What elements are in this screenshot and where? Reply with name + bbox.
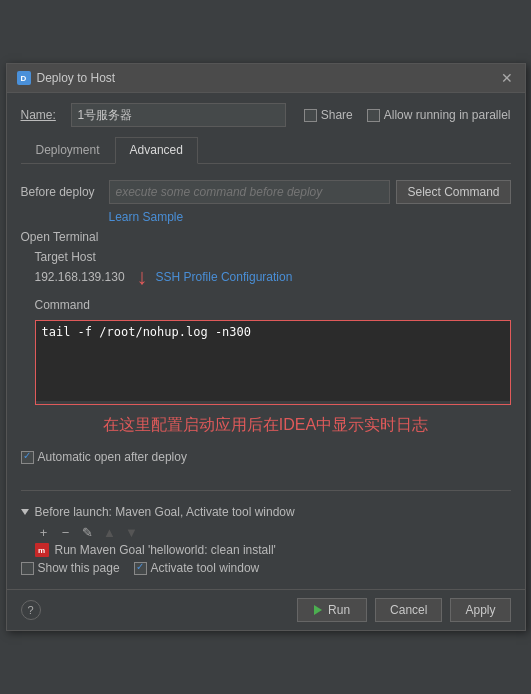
- maven-icon: m: [35, 543, 49, 557]
- deploy-to-host-dialog: D Deploy to Host ✕ Name: Share Allow run…: [6, 63, 526, 631]
- auto-open-label: Automatic open after deploy: [38, 450, 187, 464]
- add-button[interactable]: +: [35, 523, 53, 541]
- apply-button[interactable]: Apply: [450, 598, 510, 622]
- activate-tool-checkbox-label[interactable]: Activate tool window: [134, 561, 260, 575]
- show-page-checkbox[interactable]: [21, 562, 34, 575]
- before-deploy-input[interactable]: [109, 180, 391, 204]
- before-launch-section: Before launch: Maven Goal, Activate tool…: [21, 505, 511, 575]
- learn-sample-link[interactable]: Learn Sample: [109, 210, 184, 224]
- title-bar: D Deploy to Host ✕: [7, 64, 525, 93]
- arrow-indicator: ↓: [137, 264, 148, 290]
- target-host-label: Target Host: [35, 250, 511, 264]
- dialog-body: Name: Share Allow running in parallel De…: [7, 93, 525, 585]
- remove-button[interactable]: −: [57, 523, 75, 541]
- maven-goal-text: Run Maven Goal 'helloworld: clean instal…: [55, 543, 276, 557]
- parallel-checkbox[interactable]: [367, 109, 380, 122]
- move-up-button[interactable]: ▲: [101, 523, 119, 541]
- share-checkbox-label[interactable]: Share: [304, 108, 353, 122]
- host-ip: 192.168.139.130: [35, 270, 125, 284]
- tab-advanced[interactable]: Advanced: [115, 137, 198, 164]
- cancel-button[interactable]: Cancel: [375, 598, 442, 622]
- command-textarea-wrapper: tail -f /root/nohup.log -n300: [35, 320, 511, 405]
- move-down-button[interactable]: ▼: [123, 523, 141, 541]
- share-checkbox[interactable]: [304, 109, 317, 122]
- run-label: Run: [328, 603, 350, 617]
- dialog-footer: ? Run Cancel Apply: [7, 589, 525, 630]
- parallel-checkbox-label[interactable]: Allow running in parallel: [367, 108, 511, 122]
- command-input-row: Select Command: [109, 180, 511, 204]
- triangle-icon: [21, 509, 29, 515]
- target-host-row: 192.168.139.130 ↓ SSH Profile Configurat…: [35, 264, 511, 290]
- name-row: Name: Share Allow running in parallel: [21, 103, 511, 127]
- help-button[interactable]: ?: [21, 600, 41, 620]
- title-bar-left: D Deploy to Host: [17, 71, 116, 85]
- advanced-section: Before deploy Select Command Learn Sampl…: [21, 172, 511, 476]
- maven-row: m Run Maven Goal 'helloworld: clean inst…: [35, 543, 511, 557]
- auto-open-checkbox-label[interactable]: Automatic open after deploy: [21, 450, 187, 464]
- close-button[interactable]: ✕: [499, 70, 515, 86]
- before-deploy-row: Before deploy Select Command: [21, 180, 511, 204]
- name-input[interactable]: [71, 103, 286, 127]
- show-page-label: Show this page: [38, 561, 120, 575]
- auto-open-checkbox[interactable]: [21, 451, 34, 464]
- dialog-title: Deploy to Host: [37, 71, 116, 85]
- separator: [21, 490, 511, 491]
- footer-right: Run Cancel Apply: [297, 598, 510, 622]
- run-icon: [314, 605, 322, 615]
- command-textarea[interactable]: tail -f /root/nohup.log -n300: [36, 321, 510, 401]
- annotation-text: 在这里配置启动应用后在IDEA中显示实时日志: [21, 411, 511, 440]
- before-launch-header[interactable]: Before launch: Maven Goal, Activate tool…: [21, 505, 511, 519]
- parallel-label: Allow running in parallel: [384, 108, 511, 122]
- show-page-checkbox-label[interactable]: Show this page: [21, 561, 120, 575]
- select-command-button[interactable]: Select Command: [396, 180, 510, 204]
- run-button[interactable]: Run: [297, 598, 367, 622]
- dialog-icon: D: [17, 71, 31, 85]
- show-page-row: Show this page Activate tool window: [21, 561, 511, 575]
- ssh-profile-link[interactable]: SSH Profile Configuration: [156, 270, 293, 284]
- name-label: Name:: [21, 108, 61, 122]
- activate-tool-label: Activate tool window: [151, 561, 260, 575]
- open-terminal-label: Open Terminal: [21, 230, 511, 244]
- tab-deployment[interactable]: Deployment: [21, 137, 115, 163]
- launch-toolbar: + − ✎ ▲ ▼: [35, 523, 511, 541]
- edit-button[interactable]: ✎: [79, 523, 97, 541]
- before-deploy-label: Before deploy: [21, 185, 101, 199]
- learn-sample-row: Learn Sample: [21, 210, 511, 224]
- share-label: Share: [321, 108, 353, 122]
- auto-open-row: Automatic open after deploy: [21, 446, 511, 468]
- before-launch-title: Before launch: Maven Goal, Activate tool…: [35, 505, 295, 519]
- command-label: Command: [35, 298, 511, 312]
- activate-tool-checkbox[interactable]: [134, 562, 147, 575]
- target-host-section: Target Host 192.168.139.130 ↓ SSH Profil…: [21, 250, 511, 290]
- tabs-bar: Deployment Advanced: [21, 137, 511, 164]
